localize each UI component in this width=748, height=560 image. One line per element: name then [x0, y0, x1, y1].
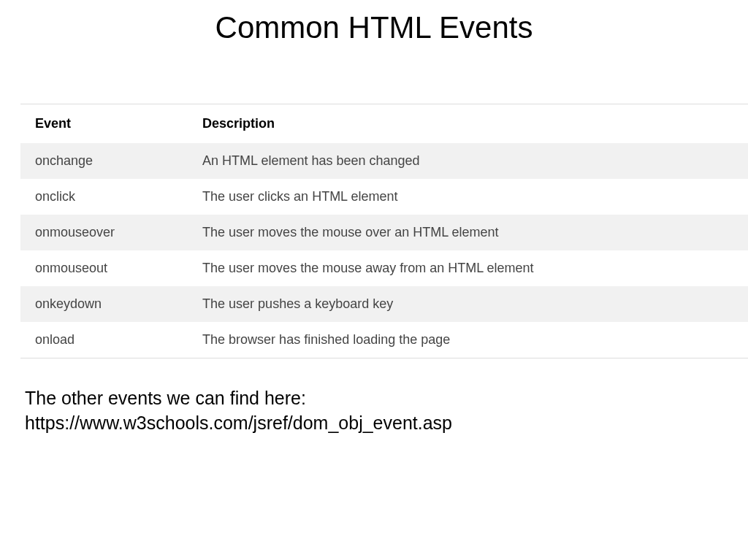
footer-line1: The other events we can find here: — [25, 386, 748, 411]
event-name: onload — [20, 322, 188, 358]
header-event: Event — [20, 104, 188, 143]
table-row: onclick The user clicks an HTML element — [20, 179, 748, 215]
event-description: The user moves the mouse away from an HT… — [188, 250, 748, 286]
events-table-container: Event Description onchange An HTML eleme… — [20, 104, 748, 358]
table-row: onmouseout The user moves the mouse away… — [20, 250, 748, 286]
footer-text: The other events we can find here: https… — [25, 386, 748, 436]
table-row: onkeydown The user pushes a keyboard key — [20, 286, 748, 322]
table-row: onmouseover The user moves the mouse ove… — [20, 215, 748, 250]
event-description: The user pushes a keyboard key — [188, 286, 748, 322]
event-name: onmouseout — [20, 250, 188, 286]
event-name: onclick — [20, 179, 188, 215]
event-name: onkeydown — [20, 286, 188, 322]
event-name: onchange — [20, 143, 188, 179]
table-row: onload The browser has finished loading … — [20, 322, 748, 358]
event-description: The user clicks an HTML element — [188, 179, 748, 215]
event-description: The browser has finished loading the pag… — [188, 322, 748, 358]
event-name: onmouseover — [20, 215, 188, 250]
table-header-row: Event Description — [20, 104, 748, 143]
footer-line2: https://www.w3schools.com/jsref/dom_obj_… — [25, 411, 748, 436]
event-description: The user moves the mouse over an HTML el… — [188, 215, 748, 250]
header-description: Description — [188, 104, 748, 143]
events-table: Event Description onchange An HTML eleme… — [20, 104, 748, 358]
slide-title: Common HTML Events — [0, 0, 748, 67]
event-description: An HTML element has been changed — [188, 143, 748, 179]
table-row: onchange An HTML element has been change… — [20, 143, 748, 179]
